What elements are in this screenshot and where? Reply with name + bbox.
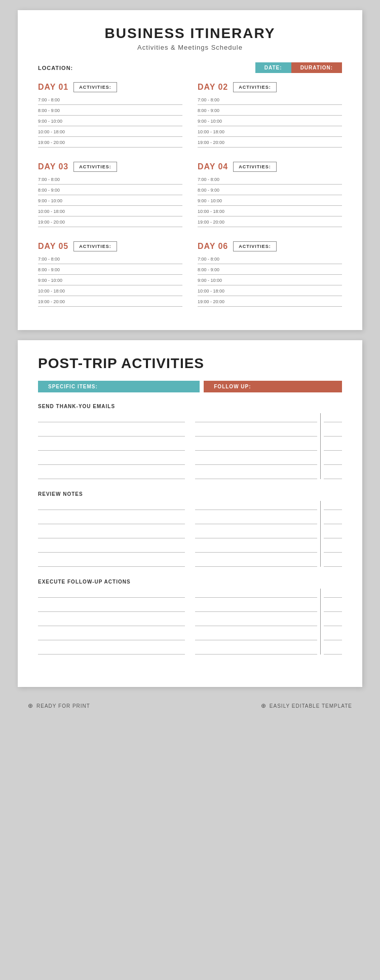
- post-right-wrapper-1: [195, 413, 342, 479]
- time-label-day5-2: 8:00 - 9:00: [38, 267, 72, 272]
- post-line-left-2-3: [38, 529, 185, 538]
- time-row-day3-4: 10:00 - 18:00: [38, 209, 182, 216]
- time-row-day4-2: 8:00 - 9:00: [198, 188, 342, 195]
- time-row-day5-3: 9:00 - 10:00: [38, 278, 182, 285]
- day-block-6: DAY 06ACTIVITIES:7:00 - 8:008:00 - 9:009…: [198, 241, 342, 310]
- time-row-day6-3: 9:00 - 10:00: [198, 278, 342, 285]
- time-label-day2-3: 9:00 - 10:00: [198, 119, 232, 124]
- day-label-1: DAY 01: [38, 83, 68, 92]
- post-line-left-2-5: [38, 558, 185, 567]
- duration-box: DURATION:: [291, 62, 342, 73]
- post-line-right-main-1-1: [195, 413, 317, 422]
- post-line-right-main-2-1: [195, 501, 317, 510]
- time-row-day6-4: 10:00 - 18:00: [198, 288, 342, 296]
- time-row-day4-5: 19:00 - 20:00: [198, 220, 342, 227]
- post-line-right-narrow-1-4: [324, 456, 342, 465]
- location-row: LOCATION: DATE: DURATION:: [38, 62, 342, 73]
- page1-subtitle: Activities & Meetings Schedule: [38, 44, 342, 51]
- time-row-day6-2: 8:00 - 9:00: [198, 267, 342, 275]
- time-label-day4-4: 10:00 - 18:00: [198, 209, 232, 214]
- post-line-right-main-3-4: [195, 631, 317, 640]
- post-lines-left-3: [38, 589, 185, 655]
- time-label-day4-3: 9:00 - 10:00: [198, 198, 232, 203]
- post-lines-right-narrow-3: [324, 589, 342, 655]
- day-block-3: DAY 03ACTIVITIES:7:00 - 8:008:00 - 9:009…: [38, 162, 182, 230]
- post-line-left-1-2: [38, 427, 185, 437]
- time-row-day2-3: 9:00 - 10:00: [198, 119, 342, 126]
- day-header-1: DAY 01ACTIVITIES:: [38, 82, 182, 92]
- page2-title: POST-TRIP ACTIVITIES: [38, 355, 342, 372]
- footer-right-label: EASILY EDITABLE TEMPLATE: [270, 703, 352, 709]
- time-row-day3-1: 7:00 - 8:00: [38, 177, 182, 185]
- time-label-day5-1: 7:00 - 8:00: [38, 257, 72, 262]
- time-label-day3-4: 10:00 - 18:00: [38, 209, 72, 214]
- day-label-5: DAY 05: [38, 242, 68, 251]
- post-line-right-main-3-1: [195, 589, 317, 598]
- post-line-right-main-1-2: [195, 427, 317, 437]
- post-line-right-narrow-3-3: [324, 617, 342, 626]
- time-row-day1-1: 7:00 - 8:00: [38, 97, 182, 105]
- date-box: DATE:: [255, 62, 291, 73]
- time-row-day5-2: 8:00 - 9:00: [38, 267, 182, 275]
- post-line-right-narrow-2-2: [324, 515, 342, 524]
- post-line-right-narrow-2-3: [324, 529, 342, 538]
- time-row-day6-1: 7:00 - 8:00: [198, 257, 342, 264]
- post-lines-left-1: [38, 413, 185, 479]
- day-header-3: DAY 03ACTIVITIES:: [38, 162, 182, 172]
- time-label-day6-5: 19:00 - 20:00: [198, 299, 232, 304]
- time-row-day4-3: 9:00 - 10:00: [198, 198, 342, 206]
- time-label-day2-2: 8:00 - 9:00: [198, 108, 232, 113]
- activities-box-3: ACTIVITIES:: [73, 162, 117, 172]
- post-section-title-1: SEND THANK-YOU EMAILS: [38, 404, 342, 409]
- post-line-left-1-1: [38, 413, 185, 422]
- post-line-right-main-3-3: [195, 617, 317, 626]
- post-line-left-1-3: [38, 442, 185, 451]
- activities-box-4: ACTIVITIES:: [233, 162, 277, 172]
- time-label-day5-4: 10:00 - 18:00: [38, 288, 72, 294]
- post-line-right-main-1-5: [195, 470, 317, 479]
- post-line-right-narrow-1-3: [324, 442, 342, 451]
- followup-label: FOLLOW UP:: [204, 381, 342, 392]
- post-line-right-narrow-1-1: [324, 413, 342, 422]
- post-line-left-3-2: [38, 603, 185, 612]
- post-line-left-2-2: [38, 515, 185, 524]
- time-label-day4-5: 19:00 - 20:00: [198, 220, 232, 225]
- day-block-1: DAY 01ACTIVITIES:7:00 - 8:008:00 - 9:009…: [38, 82, 182, 151]
- page1-title: BUSINESS ITINERARY: [38, 25, 342, 42]
- time-label-day2-4: 10:00 - 18:00: [198, 129, 232, 134]
- day-header-2: DAY 02ACTIVITIES:: [198, 82, 342, 92]
- post-line-right-narrow-3-2: [324, 603, 342, 612]
- post-sections: SEND THANK-YOU EMAILSREVIEW NOTESEXECUTE…: [38, 404, 342, 655]
- day-label-2: DAY 02: [198, 83, 228, 92]
- time-row-day3-5: 19:00 - 20:00: [38, 220, 182, 227]
- post-content-row-3: [38, 589, 342, 655]
- time-row-day1-2: 8:00 - 9:00: [38, 108, 182, 116]
- post-line-right-main-3-2: [195, 603, 317, 612]
- post-content-row-1: [38, 413, 342, 479]
- page2-card: POST-TRIP ACTIVITIES SPECIFIC ITEMS: FOL…: [18, 340, 362, 687]
- time-label-day6-1: 7:00 - 8:00: [198, 257, 232, 262]
- post-line-left-1-4: [38, 456, 185, 465]
- time-label-day2-5: 19:00 - 20:00: [198, 140, 232, 145]
- post-content-row-2: [38, 501, 342, 567]
- time-label-day1-3: 9:00 - 10:00: [38, 119, 72, 124]
- time-row-day5-5: 19:00 - 20:00: [38, 299, 182, 307]
- post-lines-left-2: [38, 501, 185, 567]
- time-label-day3-5: 19:00 - 20:00: [38, 220, 72, 225]
- post-line-right-main-2-2: [195, 515, 317, 524]
- post-line-left-3-3: [38, 617, 185, 626]
- post-lines-right-main-3: [195, 589, 317, 655]
- time-row-day5-4: 10:00 - 18:00: [38, 288, 182, 296]
- post-line-left-2-1: [38, 501, 185, 510]
- time-label-day1-5: 19:00 - 20:00: [38, 140, 72, 145]
- footer-right: ⊕ EASILY EDITABLE TEMPLATE: [261, 702, 352, 709]
- activities-box-5: ACTIVITIES:: [73, 241, 117, 251]
- post-line-right-main-2-4: [195, 543, 317, 553]
- post-section-title-3: EXECUTE FOLLOW-UP ACTIONS: [38, 579, 342, 585]
- post-line-left-3-5: [38, 645, 185, 655]
- post-line-right-narrow-3-4: [324, 631, 342, 640]
- post-divider-3: [320, 589, 321, 655]
- time-label-day5-5: 19:00 - 20:00: [38, 299, 72, 304]
- post-lines-right-main-1: [195, 413, 317, 479]
- post-line-right-narrow-1-2: [324, 427, 342, 437]
